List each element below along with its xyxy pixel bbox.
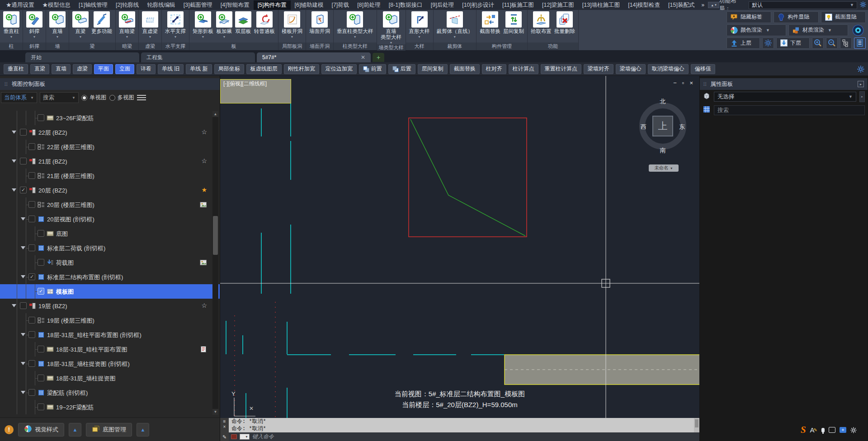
- compass-east[interactable]: 东: [679, 123, 685, 131]
- ribbon-button-转普通板[interactable]: 转普通板: [253, 11, 276, 34]
- tree-expander-icon[interactable]: [21, 391, 25, 394]
- favorite-star-icon[interactable]: ☆: [201, 302, 207, 309]
- tree-row-20层楼层三维图[interactable]: 20层 (楼层三维图): [0, 197, 220, 212]
- zoom-in-icon[interactable]: [812, 38, 824, 49]
- command-grip-icon[interactable]: ≡: [223, 419, 226, 424]
- tree-row-模板图[interactable]: ✓模板图: [0, 284, 220, 299]
- toolbar-button-柱对齐[interactable]: 柱对齐: [482, 64, 506, 74]
- ribbon-button-直虚梁[interactable]: 直虚梁▼: [141, 11, 160, 38]
- tree-checkbox[interactable]: [38, 375, 44, 381]
- dropdown-arrow-icon[interactable]: ▼: [33, 35, 36, 38]
- tree-row-21层楼层三维图[interactable]: 21层 (楼层三维图): [0, 169, 220, 183]
- toolbar-button-板虚线图层[interactable]: 板虚线图层: [246, 64, 282, 74]
- view-search-select[interactable]: 搜索▼: [40, 92, 79, 103]
- dropdown-arrow-icon[interactable]: ▼: [174, 35, 177, 38]
- toolbar-button-平面[interactable]: 平面: [94, 64, 113, 74]
- microphone-icon[interactable]: [821, 428, 825, 432]
- favorite-star-icon[interactable]: ☆: [201, 128, 207, 136]
- menu-item-13墙柱施工图[interactable]: [13]墙柱施工图: [578, 0, 624, 10]
- tree-expander-icon[interactable]: [21, 333, 25, 336]
- ribbon-collapse-button[interactable]: ▲▾: [708, 2, 719, 8]
- ribbon-button-垂直柱[interactable]: 垂直柱▼: [2, 11, 21, 38]
- photo-icon[interactable]: [200, 259, 207, 266]
- tree-row-19~22F梁配筋[interactable]: 19~22F梁配筋: [0, 400, 220, 414]
- tab-5#7#[interactable]: 5#7#*✕: [257, 52, 371, 62]
- ribbon-button-隐藏标签[interactable]: 隐藏标签: [726, 11, 771, 23]
- menu-item-6辅助建模[interactable]: [6]辅助建模: [291, 0, 328, 10]
- ribbon-button-垂直柱类型大样[interactable]: 垂直柱类型大样▼: [335, 11, 375, 38]
- tree-checkbox[interactable]: [28, 389, 35, 396]
- menu-item-模型信息[interactable]: ★模型信息: [38, 0, 75, 10]
- tree-scrollbar[interactable]: ▲ ▼: [212, 111, 218, 415]
- tree-checkbox[interactable]: [38, 346, 44, 352]
- tree-checkbox[interactable]: [20, 158, 27, 164]
- tree-row-22层楼层三维图[interactable]: 22层 (楼层三维图): [0, 140, 220, 154]
- font-tool-icon[interactable]: A✎: [810, 426, 817, 434]
- keyboard-layout-icon[interactable]: [829, 427, 835, 433]
- viewport-label[interactable]: [-][俯视][二维线框]: [223, 80, 267, 88]
- ribbon-button-颜色渲染[interactable]: 颜色渲染▼: [726, 24, 786, 36]
- panel-collapse-icon[interactable]: ▸: [858, 81, 864, 87]
- dropdown-arrow-icon[interactable]: ▼: [418, 35, 421, 38]
- toolbar-button-定位边加宽[interactable]: 定位边加宽: [321, 64, 357, 74]
- toolbar-button-偏移值[interactable]: 偏移值: [691, 64, 715, 74]
- toolbar-settings-gear-icon[interactable]: [857, 66, 864, 73]
- tree-expander-icon[interactable]: [12, 160, 16, 163]
- ribbon-button-构件显隐[interactable]: 构件显隐: [774, 11, 818, 23]
- tree-row-梁配筋剖切框[interactable]: 梁配筋 (剖切框): [0, 385, 220, 400]
- badge-icon[interactable]: [200, 346, 207, 353]
- zoom-out-icon[interactable]: [826, 38, 838, 49]
- photo-icon[interactable]: [200, 201, 207, 208]
- base-map-expand-button[interactable]: ▲: [137, 423, 149, 436]
- ribbon-button-水平支撑[interactable]: 水平支撑▼: [164, 11, 187, 38]
- ribbon-button-材质渲染[interactable]: 材质渲染▼: [788, 24, 848, 36]
- ribbon-button-斜撑[interactable]: 斜撑▼: [25, 11, 44, 38]
- tree-expander-icon[interactable]: [21, 217, 25, 220]
- ribbon-button-楼板开洞[interactable]: 楼板开洞▼: [280, 11, 304, 38]
- ribbon-button-直墙[interactable]: 直墙类型大样▼: [379, 11, 403, 44]
- visual-style-expand-button[interactable]: ▲: [69, 423, 81, 436]
- tree-row-23~26F梁配筋[interactable]: 23~26F梁配筋: [0, 111, 220, 125]
- settings-gear-icon[interactable]: [860, 1, 866, 9]
- list-panel-icon[interactable]: [854, 38, 866, 49]
- dropdown-arrow-icon[interactable]: ▼: [354, 35, 357, 38]
- gear-icon[interactable]: [762, 38, 774, 49]
- tree-checkbox[interactable]: [38, 403, 44, 410]
- scroll-down-icon[interactable]: ▼: [212, 409, 218, 415]
- tree-checkbox[interactable]: [28, 331, 35, 338]
- menu-item-10初步设计[interactable]: [10]初步设计: [458, 0, 498, 10]
- viewport-close-icon[interactable]: ×: [689, 80, 693, 86]
- tree-checkbox[interactable]: ✓: [20, 187, 27, 193]
- menu-overflow-icon[interactable]: »: [698, 2, 706, 8]
- drag-grip-icon[interactable]: ⁞⁞: [5, 82, 8, 87]
- toolbar-button-立面[interactable]: 立面: [115, 64, 134, 74]
- ribbon-button-截面替换[interactable]: 截面替换: [478, 11, 502, 34]
- layout-select[interactable]: 默认▼: [749, 1, 857, 9]
- toolbar-button-后置[interactable]: 后置: [388, 64, 415, 74]
- menu-item-81数据接口[interactable]: [8-1]数据接口: [385, 0, 427, 10]
- tree-row-18层-31层_暗柱平面布置图剖切框[interactable]: 18层-31层_暗柱平面布置图 (剖切框): [0, 328, 220, 342]
- drag-grip-icon[interactable]: ⁞⁞: [703, 82, 707, 87]
- ribbon-button-矩形折板[interactable]: 矩形折板▼: [191, 11, 215, 38]
- tree-row-底图[interactable]: 底图: [0, 226, 220, 241]
- toolbar-button-垂直柱[interactable]: 垂直柱: [4, 64, 28, 74]
- toolbar-button-单线新[interactable]: 单线 新: [186, 64, 212, 74]
- toolbox-icon[interactable]: +: [840, 427, 846, 433]
- tree-checkbox[interactable]: [28, 360, 35, 367]
- tree-expander-icon[interactable]: [21, 246, 25, 249]
- ribbon-button-截面显隐[interactable]: 截面显隐: [821, 11, 866, 23]
- menu-item-2轮廓线[interactable]: [2]轮廓线: [112, 0, 143, 10]
- toolbar-button-刚性杆加宽[interactable]: 刚性杆加宽: [284, 64, 319, 74]
- view-name-tag[interactable]: 未命名▼: [649, 164, 679, 172]
- dropdown-arrow-icon[interactable]: ▼: [453, 35, 456, 38]
- tree-expander-icon[interactable]: [21, 275, 25, 278]
- coordinate-system-select[interactable]: 当前体系▼: [1, 92, 37, 103]
- menu-item-11板施工图[interactable]: [11]板施工图: [498, 0, 538, 10]
- tree-row-19层楼层三维图[interactable]: 19层 (楼层三维图): [0, 313, 220, 328]
- menu-item-通用设置[interactable]: ★通用设置: [2, 0, 38, 10]
- tree-checkbox[interactable]: [20, 129, 27, 136]
- ribbon-button-直暗梁[interactable]: 直暗梁▼: [118, 11, 137, 38]
- tree-panel-icon[interactable]: [840, 38, 852, 49]
- property-search-input[interactable]: 搜索: [714, 105, 865, 115]
- new-tab-button[interactable]: +: [373, 53, 384, 62]
